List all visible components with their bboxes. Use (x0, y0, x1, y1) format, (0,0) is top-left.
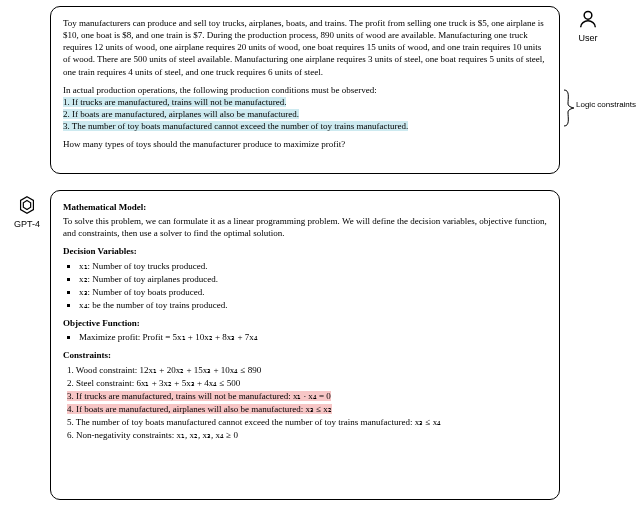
dv-item: x₃: Number of toy boats produced. (79, 286, 547, 298)
dv-item: x₂: Number of toy airplanes produced. (79, 273, 547, 285)
model-text: To solve this problem, we can formulate … (63, 215, 547, 239)
conditions-intro: In actual production operations, the fol… (63, 84, 547, 96)
user-avatar: User (574, 8, 602, 44)
user-icon (577, 8, 599, 30)
gpt-avatar: GPT-4 (10, 194, 44, 230)
decision-variables-heading: Decision Variables: (63, 245, 547, 257)
brace-label: Logic constraints (576, 100, 636, 111)
constraints-heading: Constraints: (63, 349, 547, 361)
gpt-response-bubble: Mathematical Model: To solve this proble… (50, 190, 560, 500)
objective-item: Maximize profit: Profit = 5x₁ + 10x₂ + 8… (79, 331, 547, 343)
user-message-bubble: Toy manufacturers can produce and sell t… (50, 6, 560, 174)
logic-constraint-1: 1. If trucks are manufactured, trains wi… (63, 96, 547, 108)
brace-icon (562, 88, 576, 128)
svg-point-0 (584, 11, 592, 19)
svg-marker-2 (23, 200, 30, 209)
dv-item: x₁: Number of toy trucks produced. (79, 260, 547, 272)
svg-marker-1 (21, 197, 34, 214)
constraint-item: 3. If trucks are manufactured, trains wi… (67, 390, 547, 402)
model-heading: Mathematical Model: (63, 201, 547, 213)
logic-constraints-brace: Logic constraints (562, 88, 632, 128)
openai-icon (16, 194, 38, 216)
constraint-item: 4. If boats are manufactured, airplanes … (67, 403, 547, 415)
gpt-label: GPT-4 (10, 218, 44, 230)
problem-paragraph-1: Toy manufacturers can produce and sell t… (63, 17, 547, 78)
logic-constraint-3: 3. The number of toy boats manufactured … (63, 120, 547, 132)
constraint-item: 6. Non-negativity constraints: x₁, x₂, x… (67, 429, 547, 441)
constraints-list: 1. Wood constraint: 12x₁ + 20x₂ + 15x₃ +… (63, 364, 547, 442)
decision-variables-list: x₁: Number of toy trucks produced. x₂: N… (63, 260, 547, 312)
objective-list: Maximize profit: Profit = 5x₁ + 10x₂ + 8… (63, 331, 547, 343)
constraint-item: 5. The number of toy boats manufactured … (67, 416, 547, 428)
constraint-item: 2. Steel constraint: 6x₁ + 3x₂ + 5x₃ + 4… (67, 377, 547, 389)
constraint-item: 1. Wood constraint: 12x₁ + 20x₂ + 15x₃ +… (67, 364, 547, 376)
user-label: User (574, 32, 602, 44)
dv-item: x₄: be the number of toy trains produced… (79, 299, 547, 311)
logic-constraint-2: 2. If boats are manufactured, airplanes … (63, 108, 547, 120)
question-text: How many types of toys should the manufa… (63, 138, 547, 150)
objective-heading: Objective Function: (63, 317, 547, 329)
